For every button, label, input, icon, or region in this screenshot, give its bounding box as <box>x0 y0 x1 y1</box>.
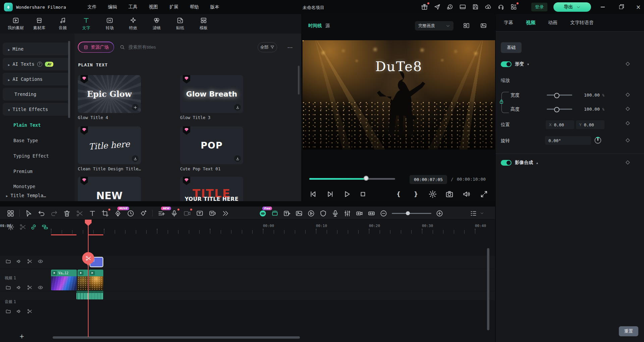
close-button[interactable]: × <box>633 4 643 10</box>
audio-mixer-icon[interactable] <box>343 210 351 217</box>
chevron-down-icon[interactable] <box>576 5 581 9</box>
height-slider[interactable] <box>547 109 572 110</box>
transform-toggle[interactable] <box>501 61 512 67</box>
keyframe-icon[interactable] <box>625 106 631 112</box>
render-preview-icon[interactable] <box>307 210 315 217</box>
keyframe-icon[interactable] <box>625 120 631 126</box>
title-card-your-title-here[interactable]: TITLEYOUR TITLE HERE <box>180 177 243 201</box>
track-list-icon[interactable] <box>470 210 477 217</box>
video-clip-3[interactable] <box>89 270 103 290</box>
sidebar-item-plain-text[interactable]: Plain Text <box>13 122 41 128</box>
ruler-minor-ticks[interactable] <box>51 230 485 234</box>
sidebar-group-title-effects[interactable]: Title Effects <box>3 103 69 116</box>
track-lock-icon[interactable] <box>5 285 11 290</box>
tab-timeline-preview[interactable]: 时间线 <box>308 23 322 29</box>
volume-button[interactable] <box>462 190 471 198</box>
add-text-icon[interactable] <box>89 210 96 217</box>
auto-ripple-icon[interactable]: NEW <box>158 210 165 217</box>
play-button[interactable] <box>342 190 351 198</box>
speed-timer-icon[interactable] <box>127 210 135 217</box>
menu-edit[interactable]: 编辑 <box>108 4 117 10</box>
title-card-cute-pop[interactable]: POP <box>180 126 243 164</box>
snapshot-button[interactable] <box>445 190 454 198</box>
keyframe-icon[interactable] <box>625 92 631 98</box>
width-slider[interactable] <box>547 95 572 96</box>
ai-copilot-icon[interactable]: Free <box>259 210 267 217</box>
safe-zone-icon[interactable] <box>319 210 327 217</box>
camera-tracking-icon[interactable] <box>356 210 363 217</box>
save-icon[interactable] <box>472 3 479 10</box>
title-card-glow-title-3[interactable]: Glow Breath <box>180 75 243 113</box>
menu-tools[interactable]: 工具 <box>128 4 138 10</box>
chevron-up-icon[interactable]: ▴ <box>536 161 538 165</box>
sidebar-item-premium[interactable]: Premium <box>13 169 33 174</box>
download-icon[interactable] <box>234 104 241 111</box>
minimize-button[interactable] <box>598 4 608 10</box>
split-scissors-icon[interactable] <box>76 210 84 217</box>
cloud-sync-icon[interactable] <box>485 3 492 10</box>
sidebar-item-typing-effect[interactable]: Typing Effect <box>13 153 49 159</box>
tab-subtitle[interactable]: 字幕 <box>504 20 513 26</box>
compositing-toggle[interactable] <box>501 160 512 166</box>
gift-icon[interactable] <box>421 3 428 10</box>
zoom-in-icon[interactable] <box>436 210 443 217</box>
progress-handle[interactable] <box>364 176 369 181</box>
keyframe-icon[interactable] <box>625 160 631 165</box>
playhead-split-button[interactable] <box>82 252 94 264</box>
share-icon[interactable] <box>434 3 441 10</box>
export-button[interactable]: 导出 <box>553 2 591 12</box>
menu-version[interactable]: 版本 <box>210 4 219 10</box>
sidebar-group-trending[interactable]: Trending <box>3 88 69 101</box>
playhead-line[interactable] <box>88 220 89 337</box>
sidebar-group-mine[interactable]: Mine <box>3 43 69 55</box>
filter-all-button[interactable]: 全部 <box>258 42 277 52</box>
track-split-icon[interactable] <box>27 259 33 264</box>
audio-track-lane[interactable] <box>0 291 496 300</box>
track-split-icon[interactable] <box>27 285 33 290</box>
speech-to-text-icon[interactable] <box>196 210 204 217</box>
sidebar-group-ai-texts[interactable]: AI Texts?AI <box>3 58 69 70</box>
track-mute-icon[interactable] <box>16 308 22 314</box>
track-lock-icon[interactable] <box>5 308 11 314</box>
current-timecode[interactable]: 00:00:07:05 <box>410 175 447 184</box>
workspace-layout-icon[interactable] <box>459 3 466 10</box>
tab-source-preview[interactable]: 源 <box>325 23 330 29</box>
help-icon[interactable]: ? <box>37 62 42 67</box>
delete-icon[interactable] <box>63 210 71 217</box>
tab-templates[interactable]: 模板 <box>192 14 215 34</box>
undo-icon[interactable] <box>38 210 45 217</box>
sidebar-item-monotype[interactable]: Monotype <box>13 184 35 189</box>
preview-settings-button[interactable] <box>428 190 437 198</box>
login-button[interactable]: 登录 <box>531 3 547 11</box>
reset-button[interactable]: 重置 <box>619 326 638 336</box>
video-clip-2[interactable] <box>77 270 88 290</box>
track-mute-icon[interactable] <box>16 285 22 290</box>
multi-view-icon[interactable] <box>463 22 470 29</box>
snap-magnet-icon[interactable] <box>41 223 49 231</box>
restore-button[interactable] <box>616 4 626 10</box>
more-tools-icon[interactable] <box>221 210 229 217</box>
add-track-button[interactable]: + <box>17 332 26 340</box>
track-visibility-icon[interactable] <box>38 259 43 264</box>
mark-in-button[interactable]: { <box>394 190 403 198</box>
title-card-clean-title[interactable]: Title here <box>78 126 141 164</box>
search-input[interactable] <box>128 45 236 50</box>
zoom-out-icon[interactable] <box>380 210 387 217</box>
title-card-glow-title-4[interactable]: Epic Glow <box>78 75 141 113</box>
rotate-field[interactable]: 0.00° <box>545 136 591 145</box>
rotation-dial-icon[interactable] <box>593 136 602 145</box>
track-lock-icon[interactable] <box>5 259 11 264</box>
tab-video[interactable]: 视频 <box>526 20 535 26</box>
apps-grid-icon[interactable] <box>510 3 517 10</box>
track-visibility-icon[interactable] <box>38 285 43 290</box>
tab-stock-media[interactable]: 素材库 <box>28 14 51 34</box>
crop-icon[interactable] <box>101 210 109 217</box>
position-y-field[interactable]: Y0.00 <box>576 120 604 129</box>
tab-text[interactable]: 文字 <box>74 14 98 34</box>
unlink-cut-icon[interactable] <box>19 223 26 231</box>
keyframe-icon[interactable] <box>625 61 631 67</box>
track-split-icon[interactable] <box>27 308 33 314</box>
sidebar-item-base-type[interactable]: Base Type <box>13 138 38 143</box>
tab-stickers[interactable]: 贴纸 <box>168 14 192 34</box>
keyframe-icon[interactable] <box>625 137 631 143</box>
